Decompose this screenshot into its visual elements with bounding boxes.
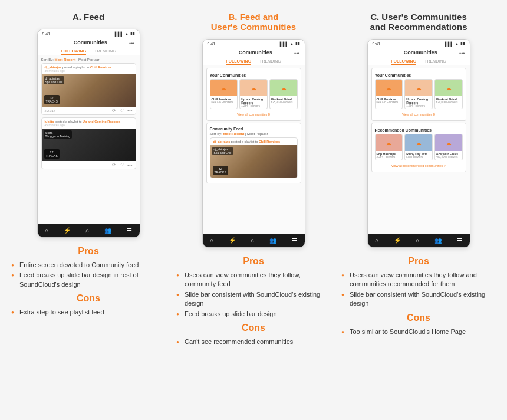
cons-title-c: Cons <box>341 313 496 323</box>
repost-icon[interactable]: ⟳ <box>112 108 116 113</box>
post1-label: dj_abirajasSpa and Chill <box>44 76 65 84</box>
comm-card-b-0: ☁ Chill Remixes 634,776 Followers <box>210 79 238 109</box>
nav-search-c[interactable]: ⌕ <box>416 237 419 244</box>
comm-img-c-0: ☁ <box>376 80 403 96</box>
rec-followers-c-0: 2,264 Followers <box>377 156 401 159</box>
phone-b: 9:41 ▌▌▌ ▲ ▮▮ Communities ••• FOLLOWING … <box>202 39 305 248</box>
nav-lightning-a[interactable]: ⚡ <box>64 227 71 234</box>
phone-a: 9:41 ▌▌▌ ▲ ▮▮ Communities ••• FOLLOWING … <box>37 29 140 238</box>
view-all-c[interactable]: View all communities 8 <box>375 111 463 118</box>
comm-feed-title-b: Community Feed <box>210 127 298 131</box>
comm-followers-b-2: 625,303 Followers <box>271 101 296 104</box>
post1-time: 30 minutes ago <box>45 69 133 73</box>
pros-list-a: Entire screen devoted to Community feed … <box>11 260 166 290</box>
sc-logo-b-1: ☁ <box>251 85 256 91</box>
signal-icon: ▌▌▌ <box>115 32 124 36</box>
like2-icon[interactable]: ♡ <box>120 162 124 168</box>
comm-cards-b: ☁ Chill Remixes 634,776 Followers ☁ <box>210 79 298 109</box>
comm-img-b-1: ☁ <box>240 80 267 96</box>
nav-menu-a[interactable]: ☰ <box>127 227 132 234</box>
wifi-icon: ▲ <box>125 32 129 36</box>
column-a-title: A. Feed <box>73 12 104 22</box>
header-title-a: Communities <box>74 40 107 45</box>
view-all-b[interactable]: View all communities 8 <box>210 111 298 118</box>
rec-card-c-2: ☁ Ace your Finals 453,400 Followers <box>434 134 463 160</box>
navbar-b: ⌂ ⚡ ⌕ 👥 ☰ <box>203 234 305 247</box>
nav-search-b[interactable]: ⌕ <box>251 237 254 244</box>
header-dots-b[interactable]: ••• <box>294 51 299 57</box>
nav-search-a[interactable]: ⌕ <box>85 227 89 234</box>
sc-logo-rec-c-1: ☁ <box>416 140 422 146</box>
more2-icon[interactable]: ••• <box>127 162 132 168</box>
pros-item-a-0: Entire screen devoted to Community feed <box>11 260 166 270</box>
nav-menu-b[interactable]: ☰ <box>292 237 297 244</box>
nav-home-a[interactable]: ⌂ <box>45 227 48 234</box>
column-c-title: C. User's Communitiesand Recommendations <box>370 12 467 32</box>
postb-header: dj_abirajas posted a playlist to Chill R… <box>210 138 297 145</box>
comm-info-b-1: Up and Coming Rappers 1,284 Followers <box>240 96 267 109</box>
recommended-communities-c: Recommended Communities ☁ Pop Mashups 2,… <box>371 123 466 172</box>
rec-img-c-1: ☁ <box>405 134 432 151</box>
comm-info-c-1: Up and Coming Rappers 1,264 Followers <box>405 96 432 109</box>
time-a: 9:41 <box>42 32 51 36</box>
nav-lightning-b[interactable]: ⚡ <box>229 237 236 244</box>
cons-list-a: Extra step to see playlist feed <box>11 307 166 317</box>
post1-footer: 2:21:17 ⟳ ♡ ••• <box>42 107 136 114</box>
pros-cons-a: Pros Entire screen devoted to Community … <box>9 246 168 321</box>
nav-lightning-c[interactable]: ⚡ <box>394 237 401 244</box>
wifi-icon-b: ▲ <box>290 42 294 46</box>
pros-item-b-0: Users can view communities they follow, … <box>176 270 331 290</box>
post2-img: lukjitaThuggin in Training 27TRACKS <box>42 129 136 161</box>
nav-menu-c[interactable]: ☰ <box>457 237 462 244</box>
nav-home-c[interactable]: ⌂ <box>375 237 378 244</box>
nav-home-b[interactable]: ⌂ <box>210 237 213 244</box>
header-dots-c[interactable]: ••• <box>459 51 465 57</box>
view-all-rec-c[interactable]: View all recommended communities > <box>375 162 463 169</box>
post1-footer-time: 2:21:17 <box>45 109 55 113</box>
tab-following-c[interactable]: FOLLOWING <box>391 59 416 65</box>
tab-trending-b[interactable]: TRENDING <box>259 59 281 65</box>
community-feed-b: Community Feed Sort By: Most Recent | Mo… <box>206 123 301 183</box>
cons-item-b-0: Can't see recommended communities <box>176 337 331 347</box>
statusbar-b: 9:41 ▌▌▌ ▲ ▮▮ <box>203 40 305 47</box>
sc-logo-b-0: ☁ <box>220 85 226 91</box>
battery-icon-b: ▮▮ <box>295 41 300 46</box>
feed-post-2: lukjita posted a playlist to Up and Comi… <box>41 117 136 169</box>
tab-following-b[interactable]: FOLLOWING <box>226 59 251 65</box>
pros-list-c: Users can view communities they follow a… <box>341 270 496 309</box>
sort-row-a: Sort By: Most Recent | Most Popular <box>41 58 136 61</box>
more-icon[interactable]: ••• <box>127 108 132 113</box>
rec-info-c-1: Rainy Day Jazz LIM Followers <box>405 151 432 160</box>
tab-trending-c[interactable]: TRENDING <box>424 59 446 65</box>
pros-title-a: Pros <box>11 246 166 257</box>
repost2-icon[interactable]: ⟳ <box>112 162 116 168</box>
content-b: Your Communities ☁ Chill Remixes 634,776… <box>203 65 305 234</box>
feed-post-b: dj_abirajas posted a playlist to Chill R… <box>210 137 298 178</box>
navbar-a: ⌂ ⚡ ⌕ 👥 ☰ <box>38 224 140 237</box>
comm-followers-b-0: 634,776 Followers <box>212 101 236 104</box>
pros-title-c: Pros <box>341 256 496 267</box>
pros-list-b: Users can view communities they follow, … <box>176 270 331 319</box>
tabs-b: FOLLOWING TRENDING <box>203 57 305 65</box>
header-row-a: Communities ••• <box>38 37 140 47</box>
feed-post-1: dj_abirajas posted a playlist to Chill R… <box>41 63 136 115</box>
comm-card-c-1: ☁ Up and Coming Rappers 1,264 Followers <box>404 79 433 109</box>
cons-title-a: Cons <box>11 293 166 304</box>
like-icon[interactable]: ♡ <box>120 108 124 113</box>
status-icons-c: ▌▌▌ ▲ ▮▮ <box>445 41 465 46</box>
tab-following-a[interactable]: FOLLOWING <box>61 49 86 55</box>
rec-card-c-0: ☁ Pop Mashups 2,264 Followers <box>375 134 403 160</box>
rec-info-c-2: Ace your Finals 453,400 Followers <box>435 151 462 160</box>
postb-badge: 32TRACKS <box>213 166 228 175</box>
nav-community-c[interactable]: 👥 <box>434 237 442 244</box>
statusbar-a: 9:41 ▌▌▌ ▲ ▮▮ <box>38 29 140 37</box>
tab-trending-a[interactable]: TRENDING <box>94 49 116 55</box>
column-b-title: B. Feed andUser's Communities <box>211 12 296 32</box>
column-c: C. User's Communitiesand Recommendations… <box>339 12 498 350</box>
nav-community-a[interactable]: 👥 <box>104 227 111 234</box>
nav-community-b[interactable]: 👥 <box>269 237 276 244</box>
cons-title-b: Cons <box>176 323 331 333</box>
rec-img-c-0: ☁ <box>376 134 403 151</box>
navbar-c: ⌂ ⚡ ⌕ 👥 ☰ <box>368 234 470 247</box>
header-dots-a[interactable]: ••• <box>129 41 134 47</box>
